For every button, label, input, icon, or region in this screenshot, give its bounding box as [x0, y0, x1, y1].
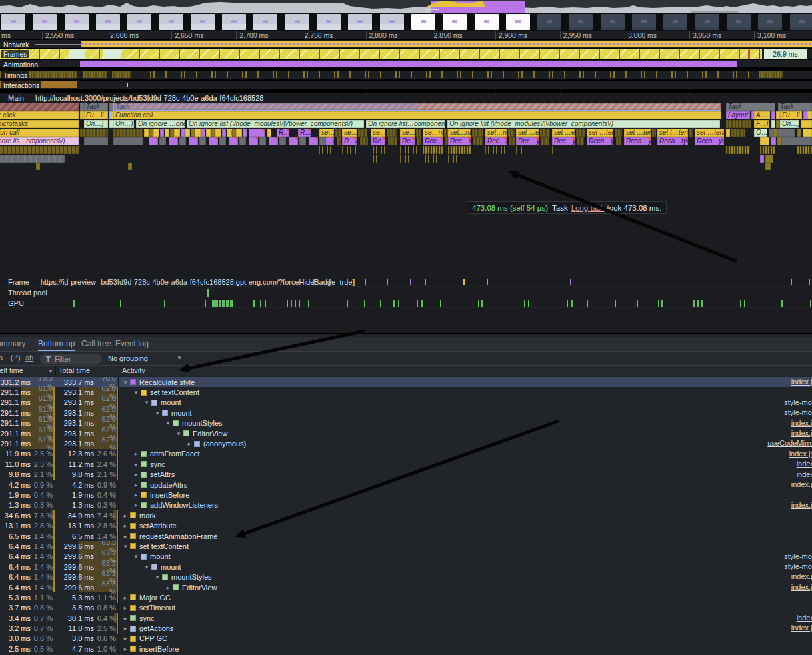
frame-duration-badge[interactable]: 26.9 ms [764, 49, 807, 59]
grouping-select[interactable]: No grouping [108, 354, 148, 362]
flame-segment[interactable]: Rec…le [423, 137, 443, 145]
flame-segment[interactable] [400, 155, 411, 163]
flame-segment[interactable]: On ignore list (\/node_modules\/|\/bower… [447, 120, 720, 128]
flame-segment[interactable]: set …ent [552, 129, 575, 137]
filmstrip-frame[interactable] [569, 14, 593, 30]
expand-icon[interactable]: ▸ [122, 533, 129, 540]
flame-segment[interactable] [249, 137, 258, 145]
flame-segment[interactable] [652, 129, 656, 137]
source-link[interactable]: useCodeMirror [767, 439, 812, 447]
filmstrip-frame[interactable] [33, 14, 57, 30]
table-row[interactable]: 291.1 ms61.6 %293.1 ms62.0 %▾set textCon… [0, 387, 812, 397]
flame-segment[interactable] [371, 155, 377, 163]
filmstrip-frame[interactable] [443, 14, 467, 30]
filmstrip-frame[interactable] [380, 14, 404, 30]
flame-segment[interactable] [249, 129, 265, 137]
flame-segment[interactable] [236, 129, 242, 137]
flame-segment[interactable] [279, 137, 286, 145]
expand-icon[interactable]: ▸ [133, 461, 139, 468]
table-row[interactable]: 1.9 ms0.4 %1.9 ms0.4 %▸insertBefore [0, 490, 812, 500]
collapse-icon[interactable]: ▾ [154, 574, 161, 580]
flame-segment[interactable]: Reca…yle [587, 137, 613, 145]
flame-segment[interactable]: Task [113, 103, 721, 111]
flame-segment[interactable] [319, 146, 334, 154]
table-row[interactable]: 1.3 ms0.3 %1.3 ms0.3 %▸addWindowListener… [0, 500, 812, 510]
tab-bottom-up[interactable]: Bottom-up [38, 339, 75, 348]
filmstrip-frame[interactable] [285, 14, 309, 30]
source-link[interactable]: index.js [791, 501, 812, 509]
flame-segment[interactable] [473, 137, 483, 145]
flame-segment[interactable] [765, 155, 773, 163]
flame-segment[interactable] [771, 137, 776, 145]
flame-segment[interactable]: Task [84, 103, 108, 111]
expand-icon[interactable]: ▸ [122, 615, 129, 622]
flame-segment[interactable]: Reca…yle [624, 137, 651, 145]
flame-segment[interactable]: set…nt [485, 129, 507, 137]
flame-segment[interactable]: set …tent [624, 129, 651, 137]
flame-segment[interactable] [153, 129, 159, 137]
expand-icon[interactable]: ▸ [133, 482, 139, 488]
flame-segment[interactable] [540, 129, 550, 137]
flame-segment[interactable]: On…) [780, 120, 799, 128]
flame-segment[interactable]: Event: click [0, 111, 79, 119]
match-case-icon[interactable]: Aa [0, 354, 3, 362]
flame-segment[interactable] [765, 163, 771, 170]
collapse-icon[interactable]: ▾ [154, 410, 161, 416]
flame-segment[interactable] [448, 146, 471, 154]
expand-icon[interactable]: ▸ [122, 635, 129, 642]
flame-segment[interactable]: Function call [113, 111, 721, 119]
filmstrip-frame[interactable] [475, 14, 499, 30]
flame-segment[interactable] [689, 129, 693, 137]
flame-segment[interactable] [144, 129, 149, 137]
flame-segment[interactable]: On…) [84, 120, 108, 128]
flame-segment[interactable] [149, 137, 158, 145]
filmstrip-frame[interactable] [632, 14, 656, 30]
source-link[interactable]: index. [797, 614, 812, 622]
flame-segment[interactable]: se…nt [423, 129, 443, 137]
flame-segment[interactable]: On ignore list (\/node_modules\/|\/bower… [187, 120, 364, 128]
collapse-icon[interactable]: ▾ [175, 430, 182, 437]
table-row[interactable]: 6.4 ms1.4 %299.6 ms63.3 %▸EditorViewinde… [0, 582, 812, 592]
flame-segment[interactable] [337, 137, 341, 145]
flame-segment[interactable]: se…t [319, 129, 334, 137]
flame-segment[interactable] [726, 146, 750, 154]
flame-segment[interactable]: Rec…yle [516, 137, 539, 145]
sort-arrow-icon[interactable]: ▼ [48, 368, 53, 374]
flame-segment[interactable]: Task [778, 103, 812, 111]
source-link[interactable]: style-mod [784, 552, 812, 560]
filmstrip-frame[interactable] [222, 14, 246, 30]
flame-segment[interactable]: Function call [0, 129, 79, 137]
flame-segment[interactable] [128, 163, 132, 170]
filmstrip-frame[interactable] [96, 14, 120, 30]
expand-icon[interactable]: ▸ [133, 471, 139, 478]
flame-segment[interactable] [199, 137, 206, 145]
source-link[interactable]: index. [797, 460, 812, 468]
flame-segment[interactable] [174, 129, 180, 137]
filmstrip-frame[interactable] [727, 14, 751, 30]
flame-segment[interactable] [726, 129, 730, 137]
flame-segment[interactable]: O… [754, 129, 767, 137]
flame-segment[interactable] [259, 137, 266, 145]
flame-segment[interactable] [485, 146, 507, 154]
expand-icon[interactable]: ▸ [133, 492, 139, 498]
flame-segment[interactable]: F…l [754, 120, 769, 128]
expand-icon[interactable]: ▸ [122, 512, 129, 519]
filmstrip-frame[interactable] [191, 14, 215, 30]
track-interactions[interactable]: Interactions [0, 81, 812, 89]
table-row[interactable]: 9.8 ms2.1 %9.8 ms2.1 %▸setAttrsindex. [0, 470, 812, 480]
filmstrip-frame[interactable] [127, 14, 151, 30]
network-activity-bar[interactable] [81, 41, 812, 47]
cpu-overview-strip[interactable] [0, 0, 812, 13]
flame-segment[interactable]: se…t [342, 129, 357, 137]
flame-segment[interactable] [541, 137, 549, 145]
flame-segment[interactable] [771, 120, 775, 128]
flame-segment[interactable] [195, 129, 201, 137]
flame-segment[interactable]: Rec…le [448, 137, 471, 145]
collapse-icon[interactable]: ▾ [133, 553, 139, 560]
filmstrip-frame[interactable] [253, 14, 277, 30]
flame-segment[interactable] [342, 146, 357, 154]
flame-segment[interactable] [388, 137, 397, 145]
filmstrip-frame[interactable] [65, 14, 89, 30]
table-row[interactable]: 11.9 ms2.5 %12.3 ms2.6 %▸attrsFromFaceti… [0, 449, 812, 459]
table-row[interactable]: 291.1 ms61.6 %293.1 ms62.0 %▸(anonymous)… [0, 438, 812, 448]
